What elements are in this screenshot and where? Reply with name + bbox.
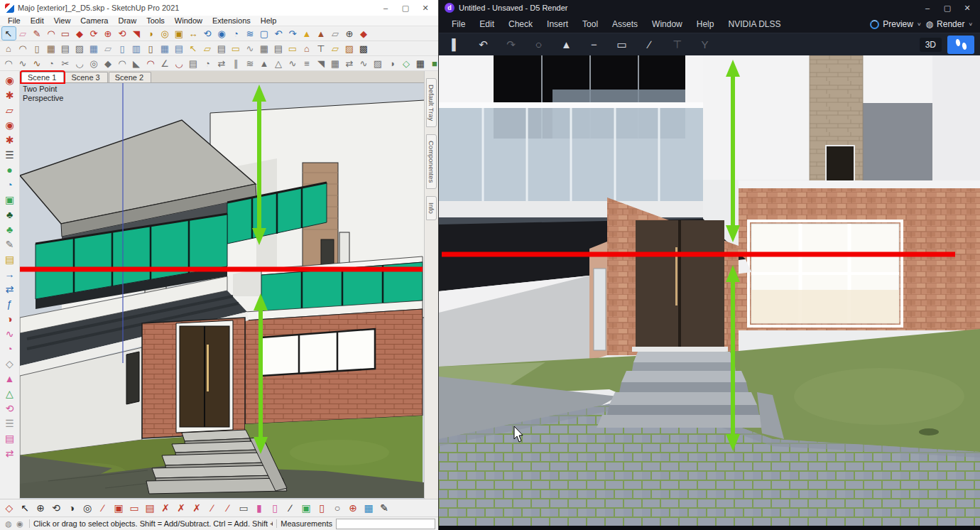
menu-draw[interactable]: Draw	[113, 16, 141, 25]
bend-tool-icon[interactable]: ◠	[116, 57, 129, 70]
polyline-tool-icon[interactable]: ∿	[244, 42, 257, 55]
explode-2-icon[interactable]: ✗	[174, 501, 189, 515]
tray-tab-default-tray[interactable]: Default Tray	[426, 78, 437, 127]
door-blue-icon[interactable]: ▯	[116, 42, 129, 55]
rib-tool-icon[interactable]: ≡	[300, 57, 314, 70]
d5-maximize-button[interactable]: ▢	[937, 4, 957, 13]
extrude-tool-icon[interactable]: ▲	[258, 57, 271, 70]
material-tool-icon[interactable]: ◑	[386, 57, 399, 70]
palette-brush-icon[interactable]: ◑	[2, 311, 18, 326]
render-button[interactable]: ◍ Render ∨	[926, 19, 973, 29]
import-arrow-icon[interactable]: →	[2, 266, 18, 281]
line-tool-icon[interactable]: −	[584, 36, 605, 53]
round-corner-icon[interactable]: ◠	[2, 57, 16, 70]
status-claim-icon[interactable]: ◉	[15, 519, 26, 529]
window-frame-icon[interactable]: ▤	[173, 42, 186, 55]
grid-tool-icon[interactable]: ▤	[59, 42, 72, 55]
tray-tab-info[interactable]: Info	[426, 196, 437, 220]
pencil-black-icon[interactable]: ✎	[377, 501, 392, 515]
zoom-extents-tool-icon[interactable]: ▢	[258, 27, 271, 40]
line-red-icon[interactable]: ∕	[96, 501, 111, 515]
house-2-icon[interactable]: ⌂	[300, 42, 314, 55]
arc-2-icon[interactable]: ◡	[173, 57, 186, 70]
section-grid-icon[interactable]: ▤	[187, 57, 200, 70]
angle-tool-icon[interactable]: ∠	[158, 57, 172, 70]
menu-window[interactable]: Window	[645, 19, 690, 29]
shield-gray-icon[interactable]: ◇	[2, 356, 18, 371]
smooth-tool-icon[interactable]: ∿	[357, 57, 371, 70]
menu-tool[interactable]: Tool	[575, 19, 605, 29]
eraser-tool-icon[interactable]: ▱	[16, 27, 30, 40]
menu-edit[interactable]: Edit	[26, 16, 49, 25]
door-pink-icon[interactable]: ▯	[268, 501, 283, 515]
maximize-button[interactable]: ▢	[396, 4, 415, 13]
protractor-tool-icon[interactable]: ◔	[201, 57, 214, 70]
d5-render-viewport[interactable]	[439, 55, 980, 526]
menu-tools[interactable]: Tools	[141, 16, 170, 25]
menu-help[interactable]: Help	[690, 19, 722, 29]
redo-icon[interactable]: ↷	[501, 36, 522, 53]
zoom-tool-icon[interactable]: ◎	[158, 27, 172, 40]
menu-file[interactable]: File	[445, 19, 472, 29]
scene-tab-scene-2[interactable]: Scene 2	[109, 72, 151, 82]
level-tool-icon[interactable]: ⊤	[315, 42, 328, 55]
folder-red-icon[interactable]: ▱	[2, 102, 18, 117]
scene-tab-scene-3[interactable]: Scene 3	[65, 72, 107, 82]
explode-1-icon[interactable]: ✗	[158, 501, 173, 515]
menu-window[interactable]: Window	[170, 16, 207, 25]
table-tool-icon[interactable]: ▤	[215, 42, 229, 55]
axes-red-icon[interactable]: ⊕	[346, 501, 361, 515]
window-builder-icon[interactable]: ▦	[45, 42, 58, 55]
tree-dark-icon[interactable]: ♣	[2, 207, 18, 222]
export-green-icon[interactable]: ▣	[299, 501, 314, 515]
house-builder-icon[interactable]: ⌂	[2, 42, 16, 55]
scale-tool-icon[interactable]: ◥	[130, 27, 143, 40]
eyedropper-icon[interactable]: ∕	[639, 36, 660, 53]
menu-help[interactable]: Help	[256, 16, 282, 25]
panel-toggle-icon[interactable]: ▌	[445, 36, 467, 53]
menu-assets[interactable]: Assets	[605, 19, 645, 29]
stack-pink-icon[interactable]: ▤	[2, 431, 18, 445]
rotate-tool-icon[interactable]: ⟲	[116, 27, 129, 40]
menu-nvidia-dlss[interactable]: NVIDIA DLSS	[721, 19, 788, 29]
select-tool-icon[interactable]: ↖	[2, 27, 16, 40]
line-black-icon[interactable]: ∕	[283, 501, 298, 515]
terrain-green-icon[interactable]: △	[2, 386, 18, 401]
pan-tool-icon[interactable]: ↔	[187, 27, 200, 40]
spline-pink-icon[interactable]: ∿	[2, 326, 18, 341]
tray-tab-componentes[interactable]: Componentes	[426, 134, 437, 189]
flip-tool-icon[interactable]: ⇄	[343, 57, 356, 70]
sync-arrows-icon[interactable]: ⇄	[2, 281, 18, 296]
settings-gear-icon[interactable]: ✱	[2, 87, 18, 102]
wall-2-icon[interactable]: ▭	[286, 42, 300, 55]
menu-view[interactable]: View	[49, 16, 76, 25]
twist-tool-icon[interactable]: ∿	[286, 57, 300, 70]
walk-mode-button[interactable]	[947, 36, 974, 54]
taper-tool-icon[interactable]: △	[272, 57, 285, 70]
spot-light-icon[interactable]: ▲	[556, 36, 577, 53]
gradient-swatch-icon[interactable]: ▦	[361, 501, 376, 515]
menu-check[interactable]: Check	[501, 19, 540, 29]
fill-2-icon[interactable]: ◑	[65, 501, 80, 515]
sheet-yellow-icon[interactable]: ▱	[201, 42, 214, 55]
measurements-input[interactable]	[336, 519, 435, 529]
shapes-pink-icon[interactable]: ▲	[2, 371, 18, 386]
diagonal-2-icon[interactable]: ∕	[221, 501, 236, 515]
orbit-tool-icon[interactable]: ⟲	[201, 27, 214, 40]
close-button[interactable]: ✕	[415, 4, 435, 13]
gizmo-icon[interactable]: Y	[695, 36, 716, 53]
green-box-icon[interactable]: ■	[428, 57, 439, 70]
paste-in-place-icon[interactable]: ▱	[329, 27, 342, 40]
knot-tool-icon[interactable]: ◔	[45, 57, 58, 70]
position-camera-tool-icon[interactable]: ◉	[215, 27, 229, 40]
rect-3-icon[interactable]: ▭	[236, 501, 251, 515]
sliders-gray-icon[interactable]: ☰	[2, 416, 18, 431]
menu-camera[interactable]: Camera	[75, 16, 113, 25]
move-tool-icon[interactable]: ⊕	[102, 27, 115, 40]
scene-camera-icon[interactable]: ◉	[2, 72, 18, 87]
shell-tool-icon[interactable]: ◡	[73, 57, 87, 70]
polygon-tool-icon[interactable]: ◇	[2, 501, 17, 515]
push-pull-tool-icon[interactable]: ◆	[73, 27, 87, 40]
weld-tool-icon[interactable]: ≋	[244, 57, 257, 70]
render-plugin-icon[interactable]: ●	[2, 162, 18, 177]
